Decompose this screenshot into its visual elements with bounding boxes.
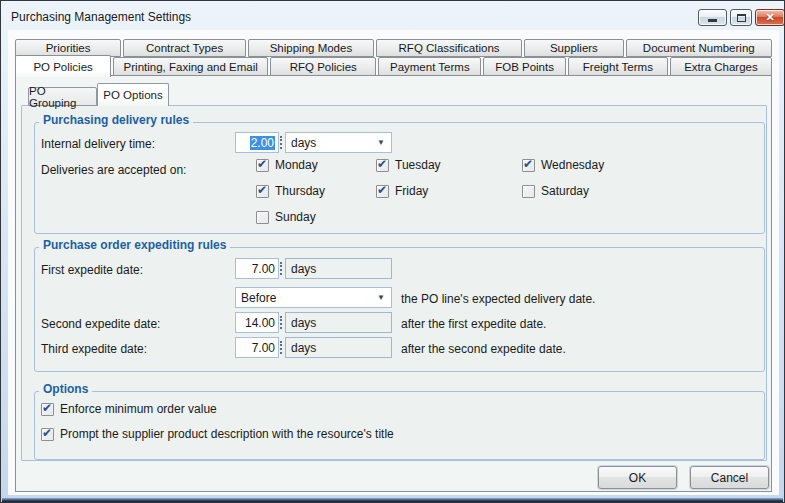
third-expedite-date-input[interactable]: 7.00 (235, 337, 279, 358)
second-expedite-date-input[interactable]: 14.00 (235, 312, 279, 333)
second-expedite-date-value: 14.00 (245, 316, 275, 330)
enforce-minimum-order-value-checkbox[interactable]: ✔ (41, 403, 54, 416)
prompt-supplier-description-label: Prompt the supplier product description … (60, 427, 394, 441)
check-icon: ✔ (377, 183, 387, 197)
minimize-icon (708, 19, 717, 22)
tab-fob-points[interactable]: FOB Points (483, 57, 565, 76)
sunday-checkbox[interactable]: ✔ (256, 211, 269, 224)
monday-checkbox-item[interactable]: ✔ Monday (256, 159, 318, 172)
before-suffix-text: the PO line's expected delivery date. (401, 292, 595, 306)
tab-rfq-policies[interactable]: RFQ Policies (270, 57, 376, 76)
thursday-label: Thursday (275, 184, 325, 198)
sunday-label: Sunday (275, 210, 316, 224)
monday-checkbox[interactable]: ✔ (256, 159, 269, 172)
check-icon: ✔ (377, 157, 387, 171)
thursday-checkbox-item[interactable]: ✔ Thursday (256, 185, 325, 198)
wednesday-checkbox[interactable]: ✔ (522, 159, 535, 172)
saturday-label: Saturday (541, 184, 589, 198)
maximize-button[interactable] (730, 9, 752, 26)
spinner-dots-icon (280, 262, 282, 275)
internal-delivery-unit-combobox[interactable]: days ▼ (285, 132, 392, 153)
chevron-down-icon: ▼ (377, 294, 385, 302)
spinner-dots-icon (280, 341, 282, 354)
second-expedite-suffix-text: after the first expedite date. (401, 317, 546, 331)
friday-checkbox[interactable]: ✔ (376, 185, 389, 198)
tab-contract-types[interactable]: Contract Types (123, 39, 246, 57)
chevron-down-icon: ▼ (377, 139, 385, 147)
deliveries-accepted-label: Deliveries are accepted on: (41, 163, 186, 177)
third-expedite-unit-box: days (285, 337, 392, 358)
second-expedite-date-label: Second expedite date: (41, 317, 160, 331)
tab-document-numbering[interactable]: Document Numbering (626, 39, 772, 57)
minimize-button[interactable] (698, 9, 727, 26)
enforce-minimum-order-value-label: Enforce minimum order value (60, 402, 217, 416)
third-expedite-date-value: 7.00 (252, 341, 275, 355)
tab-payment-terms[interactable]: Payment Terms (378, 57, 481, 76)
tab-po-policies[interactable]: PO Policies (15, 55, 111, 77)
spinner-dots-icon (280, 316, 282, 329)
tab-suppliers[interactable]: Suppliers (524, 39, 623, 57)
spinner-dots-icon (280, 136, 282, 149)
prompt-supplier-description-checkbox[interactable]: ✔ (41, 428, 54, 441)
internal-delivery-unit-value: days (291, 136, 316, 150)
first-expedite-unit-value: days (291, 262, 316, 276)
tab-printing-faxing-email[interactable]: Printing, Faxing and Email (113, 57, 268, 76)
first-expedite-date-input[interactable]: 7.00 (235, 258, 279, 279)
second-expedite-unit-box: days (285, 312, 392, 333)
third-expedite-suffix-text: after the second expedite date. (401, 342, 566, 356)
purchase-order-expediting-rules-title: Purchase order expediting rules (39, 238, 230, 252)
tab-shipping-modes[interactable]: Shipping Modes (248, 39, 374, 57)
close-icon: ✕ (765, 12, 774, 23)
tuesday-label: Tuesday (395, 158, 441, 172)
tab-rfq-classifications[interactable]: RFQ Classifications (376, 39, 522, 57)
tab-freight-terms[interactable]: Freight Terms (568, 57, 668, 76)
wednesday-label: Wednesday (541, 158, 604, 172)
friday-checkbox-item[interactable]: ✔ Friday (376, 185, 428, 198)
third-expedite-unit-value: days (291, 341, 316, 355)
purchasing-delivery-rules-title: Purchasing delivery rules (39, 113, 193, 127)
purchasing-management-settings-dialog: Purchasing Management Settings ✕ Priorit… (0, 0, 785, 503)
third-expedite-date-label: Third expedite date: (41, 342, 147, 356)
saturday-checkbox[interactable]: ✔ (522, 185, 535, 198)
enforce-minimum-order-value-item[interactable]: ✔ Enforce minimum order value (41, 403, 217, 416)
outer-tab-row-1: Priorities Contract Types Shipping Modes… (15, 39, 772, 57)
ok-button[interactable]: OK (598, 466, 677, 489)
internal-delivery-time-value: 2.00 (250, 136, 275, 150)
internal-delivery-time-input[interactable]: 2.00 (235, 132, 279, 153)
internal-delivery-time-label: Internal delivery time: (41, 137, 155, 151)
before-combobox-value: Before (241, 291, 276, 305)
check-icon: ✔ (257, 157, 267, 171)
first-expedite-unit-box: days (285, 258, 392, 279)
second-expedite-unit-value: days (291, 316, 316, 330)
first-expedite-date-value: 7.00 (252, 262, 275, 276)
tuesday-checkbox[interactable]: ✔ (376, 159, 389, 172)
sunday-checkbox-item[interactable]: ✔ Sunday (256, 211, 316, 224)
tab-po-grouping[interactable]: PO Grouping (28, 87, 97, 106)
check-icon: ✔ (257, 183, 267, 197)
check-icon: ✔ (523, 157, 533, 171)
first-expedite-date-label: First expedite date: (41, 263, 143, 277)
saturday-checkbox-item[interactable]: ✔ Saturday (522, 185, 589, 198)
friday-label: Friday (395, 184, 428, 198)
outer-tab-row-2: PO Policies Printing, Faxing and Email R… (15, 57, 772, 76)
maximize-icon (737, 14, 746, 22)
options-title: Options (39, 382, 92, 396)
close-button[interactable]: ✕ (755, 9, 785, 26)
check-icon: ✔ (42, 426, 52, 440)
monday-label: Monday (275, 158, 318, 172)
tuesday-checkbox-item[interactable]: ✔ Tuesday (376, 159, 441, 172)
before-combobox[interactable]: Before ▼ (235, 287, 392, 308)
tab-po-options[interactable]: PO Options (97, 83, 169, 106)
cancel-button[interactable]: Cancel (690, 466, 769, 489)
window-title: Purchasing Management Settings (11, 10, 191, 24)
check-icon: ✔ (42, 401, 52, 415)
wednesday-checkbox-item[interactable]: ✔ Wednesday (522, 159, 604, 172)
tab-extra-charges[interactable]: Extra Charges (670, 57, 772, 76)
prompt-supplier-description-item[interactable]: ✔ Prompt the supplier product descriptio… (41, 428, 394, 441)
thursday-checkbox[interactable]: ✔ (256, 185, 269, 198)
